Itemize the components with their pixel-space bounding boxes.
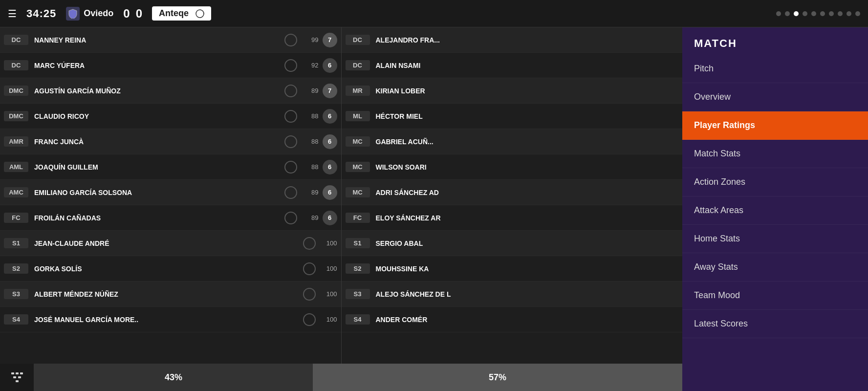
stamina-value: 89 [301,189,319,196]
table-row: S1 JEAN-CLAUDE ANDRÉ 100 [0,231,341,256]
sidebar-item-player-ratings[interactable]: Player Ratings [682,111,868,140]
stamina-circle [284,135,297,148]
stamina-value: 88 [301,112,319,120]
stamina-value: 99 [301,36,319,43]
dot-2[interactable] [785,11,790,16]
svg-rect-1 [11,372,14,374]
sidebar-title: MATCH [682,27,868,55]
player-position: MC [346,187,370,197]
table-row: S2 MOUHSSINE KA [342,256,683,282]
table-row: MR KIRIAN LOBER [342,78,683,104]
player-name: ALEJO SÁNCHEZ DE L [370,290,679,298]
stamina-circle [284,212,297,224]
stamina-circle [303,288,316,301]
hamburger-icon[interactable]: ☰ [8,8,17,20]
svg-rect-2 [16,372,19,374]
stamina-circle [303,313,316,326]
sidebar-item-latest-scores[interactable]: Latest Scores [682,310,868,338]
player-position: MR [346,86,370,96]
player-position: S2 [4,263,28,274]
stamina-circle [284,59,297,72]
stamina-value: 89 [301,87,319,94]
table-row: DMC CLAUDIO RICOY 88 6 [0,104,341,129]
dot-5[interactable] [811,11,816,16]
sidebar-item-match-stats[interactable]: Match Stats [682,140,868,168]
svg-rect-5 [18,376,21,378]
stamina-circle [284,161,297,174]
player-position: MC [346,136,370,147]
player-position: S4 [346,314,370,325]
table-row: S4 ANDER COMÉR [342,307,683,332]
player-name: AGUSTÍN GARCÍA MUÑOZ [28,87,284,95]
player-name: JOSÉ MANUEL GARCÍA MORE.. [28,316,303,324]
sidebar-item-action-zones[interactable]: Action Zones [682,168,868,196]
table-row: S1 SERGIO ABAL [342,231,683,256]
player-position: AML [4,162,28,172]
player-position: S1 [346,238,370,248]
dot-7[interactable] [829,11,834,16]
table-row: S4 JOSÉ MANUEL GARCÍA MORE.. 100 [0,307,341,332]
table-row: AMR FRANC JUNCÀ 88 6 [0,129,341,154]
player-position: S3 [346,289,370,299]
away-possession: 57% [313,364,682,391]
table-row: MC WILSON SOARI [342,154,683,180]
player-name: ALBERT MÉNDEZ NÚÑEZ [28,290,303,298]
sidebar-item-pitch[interactable]: Pitch [682,55,868,83]
dot-10[interactable] [855,11,860,16]
player-position: DMC [4,111,28,121]
player-name: FROILÁN CAÑADAS [28,214,284,222]
score-display: 0 0 [123,7,142,21]
dot-6[interactable] [820,11,825,16]
player-rating: 6 [323,109,337,124]
home-team-shield [66,7,80,21]
bottom-bar: 43% 57% [0,364,868,391]
sidebar-item-team-mood[interactable]: Team Mood [682,282,868,310]
table-row: S3 ALBERT MÉNDEZ NÚÑEZ 100 [0,282,341,307]
player-name: GORKA SOLÍS [28,265,303,273]
sidebar-item-overview[interactable]: Overview [682,83,868,111]
player-name: ELOY SÁNCHEZ AR [370,214,679,222]
dot-4[interactable] [803,11,807,16]
formation-icon[interactable] [0,364,34,391]
player-position: MC [346,162,370,172]
stamina-circle [284,34,297,46]
stamina-circle [284,85,297,97]
table-row: S2 GORKA SOLÍS 100 [0,256,341,282]
player-name: ALAIN NSAMI [370,62,679,69]
player-rating: 7 [323,33,337,47]
dot-9[interactable] [846,11,851,16]
player-name: JEAN-CLAUDE ANDRÉ [28,239,303,247]
player-position: DC [346,60,370,70]
dot-3[interactable] [794,11,799,16]
player-name: NANNEY REINA [28,36,284,44]
dot-8[interactable] [838,11,843,16]
player-name: ADRI SÁNCHEZ AD [370,189,679,196]
away-team-name: Anteqe [159,8,189,19]
player-position: FC [346,213,370,223]
player-table-area: DC NANNEY REINA 99 7 DC MARC YÚFERA 92 6… [0,27,682,364]
player-name: SERGIO ABAL [370,239,679,247]
player-name: MARC YÚFERA [28,62,284,69]
player-name: CLAUDIO RICOY [28,112,284,120]
player-position: S3 [4,289,28,299]
dot-1[interactable] [776,11,781,16]
player-name: KIRIAN LOBER [370,87,679,95]
table-row: ML HÉCTOR MIEL [342,104,683,129]
home-team: Oviedo [66,7,113,21]
player-rating: 6 [323,185,337,200]
sidebar-item-away-stats[interactable]: Away Stats [682,253,868,282]
svg-rect-3 [20,372,23,374]
score-away: 0 [136,7,142,21]
player-name: EMILIANO GARCÍA SOLSONA [28,189,284,196]
sidebar-item-attack-areas[interactable]: Attack Areas [682,196,868,225]
table-row: MC ADRI SÁNCHEZ AD [342,180,683,205]
stamina-value: 100 [320,239,337,247]
player-position: DC [4,60,28,70]
page-dots [776,11,860,16]
table-row: DC ALAIN NSAMI [342,53,683,78]
home-players-list: DC NANNEY REINA 99 7 DC MARC YÚFERA 92 6… [0,27,341,364]
player-rating: 6 [323,211,337,225]
player-position: S2 [346,263,370,274]
sidebar-item-home-stats[interactable]: Home Stats [682,225,868,253]
player-name: JOAQUÍN GUILLEM [28,163,284,171]
